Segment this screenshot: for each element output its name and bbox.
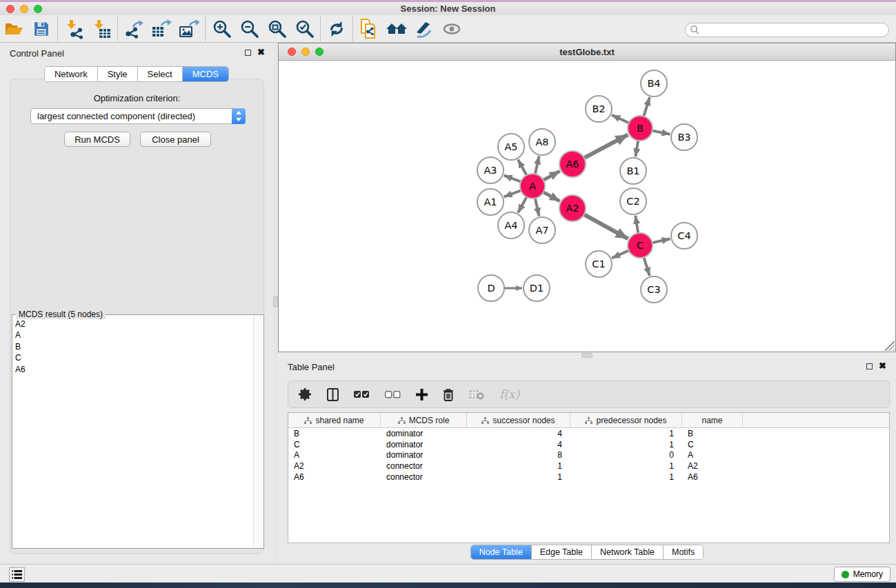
graph-node-A3[interactable]: A3 bbox=[477, 157, 504, 183]
edge-A-A1[interactable] bbox=[504, 190, 521, 197]
table-cell[interactable]: 4 bbox=[467, 429, 570, 438]
table-cell[interactable]: A6 bbox=[288, 472, 381, 482]
table-cell[interactable]: A6 bbox=[682, 472, 743, 482]
table-cell[interactable]: A bbox=[682, 450, 743, 460]
graph-node-B1[interactable]: B1 bbox=[620, 158, 646, 184]
graph-node-B2[interactable]: B2 bbox=[586, 96, 612, 122]
minimize-window-icon[interactable] bbox=[20, 5, 28, 13]
table-cell[interactable]: 4 bbox=[467, 440, 570, 449]
column-header-name[interactable]: name bbox=[682, 413, 743, 428]
save-session-button[interactable] bbox=[28, 17, 55, 41]
table-settings-button[interactable] bbox=[298, 387, 312, 401]
tab-motifs[interactable]: Motifs bbox=[664, 545, 703, 559]
table-cell[interactable]: connector bbox=[381, 461, 467, 471]
table-cell[interactable]: 1 bbox=[570, 440, 682, 449]
column-header-shared-name[interactable]: shared name bbox=[288, 413, 381, 428]
close-network-icon[interactable] bbox=[288, 48, 296, 56]
table-row[interactable]: A2connector11A2 bbox=[288, 460, 889, 472]
memory-button[interactable]: Memory bbox=[834, 567, 890, 582]
edge-A6-B[interactable] bbox=[584, 134, 628, 158]
column-header-MCDS-role[interactable]: MCDS role bbox=[381, 413, 467, 428]
column-header-predecessor-nodes[interactable]: predecessor nodes bbox=[570, 413, 682, 428]
edge-A-A4[interactable] bbox=[518, 196, 527, 213]
edge-B-B3[interactable] bbox=[652, 130, 670, 134]
edge-C-C4[interactable] bbox=[652, 239, 670, 243]
deselect-all-button[interactable] bbox=[385, 390, 401, 398]
export-image-button[interactable] bbox=[175, 17, 203, 41]
tab-node-table[interactable]: Node Table bbox=[471, 545, 532, 559]
select-all-button[interactable] bbox=[354, 390, 370, 398]
add-column-button[interactable] bbox=[416, 389, 428, 401]
result-list-item[interactable]: A6 bbox=[15, 364, 253, 375]
import-table-button[interactable] bbox=[88, 17, 115, 41]
tab-network[interactable]: Network bbox=[45, 67, 98, 81]
search-input[interactable] bbox=[700, 24, 888, 36]
graph-node-B4[interactable]: B4 bbox=[641, 70, 667, 97]
graph-node-A8[interactable]: A8 bbox=[529, 129, 555, 155]
graph-node-A1[interactable]: A1 bbox=[477, 189, 504, 215]
tab-style[interactable]: Style bbox=[98, 67, 138, 81]
close-panel-icon[interactable]: ✖ bbox=[879, 363, 886, 369]
table-cell[interactable]: 1 bbox=[467, 461, 570, 471]
graph-node-C[interactable]: C bbox=[628, 233, 653, 258]
table-cell[interactable]: dominator bbox=[381, 440, 467, 449]
maximize-network-icon[interactable] bbox=[315, 48, 323, 56]
table-cell[interactable]: A bbox=[288, 450, 381, 460]
network-canvas[interactable]: B4B2BB3A5A8A6A3B1AA1C2A2A4A7C4CC1C3DD1 bbox=[279, 61, 895, 352]
result-list-item[interactable]: C bbox=[15, 352, 253, 363]
delete-column-button[interactable] bbox=[443, 388, 454, 401]
close-panel-button[interactable]: Close panel bbox=[140, 132, 211, 147]
resize-grip-icon[interactable] bbox=[885, 341, 895, 351]
vertical-split-divider[interactable] bbox=[273, 43, 278, 564]
graph-node-A4[interactable]: A4 bbox=[498, 212, 524, 239]
home-view-button[interactable] bbox=[383, 17, 410, 41]
edge-A-A8[interactable] bbox=[535, 156, 539, 175]
clone-network-button[interactable] bbox=[355, 17, 383, 41]
table-row[interactable]: A6connector11A6 bbox=[288, 472, 889, 483]
graph-node-C1[interactable]: C1 bbox=[586, 251, 612, 277]
network-graph[interactable]: B4B2BB3A5A8A6A3B1AA1C2A2A4A7C4CC1C3DD1 bbox=[279, 61, 895, 352]
graph-node-D1[interactable]: D1 bbox=[524, 275, 550, 301]
refresh-button[interactable] bbox=[323, 17, 350, 41]
zoom-out-button[interactable] bbox=[235, 17, 263, 41]
graph-node-A2[interactable]: A2 bbox=[559, 195, 586, 221]
graph-node-C4[interactable]: C4 bbox=[671, 223, 697, 249]
show-columns-button[interactable] bbox=[327, 388, 339, 401]
edge-A-A2[interactable] bbox=[543, 192, 560, 201]
table-cell[interactable]: B bbox=[682, 429, 743, 438]
edge-C-C3[interactable] bbox=[644, 256, 650, 276]
network-window-titlebar[interactable]: testGlobe.txt bbox=[279, 43, 895, 61]
tab-network-table[interactable]: Network Table bbox=[592, 545, 664, 559]
column-header-successor-nodes[interactable]: successor nodes bbox=[467, 413, 570, 428]
show-annotations-button[interactable] bbox=[438, 17, 466, 41]
result-scrollbar[interactable] bbox=[253, 315, 262, 548]
maximize-window-icon[interactable] bbox=[34, 5, 42, 13]
graph-node-A7[interactable]: A7 bbox=[529, 217, 555, 243]
graph-node-A6[interactable]: A6 bbox=[559, 151, 586, 177]
function-builder-button[interactable]: f(x) bbox=[499, 387, 519, 401]
graph-node-A[interactable]: A bbox=[520, 174, 545, 199]
graph-node-B3[interactable]: B3 bbox=[671, 124, 697, 150]
close-window-icon[interactable] bbox=[6, 5, 14, 13]
table-row[interactable]: Cdominator41C bbox=[288, 439, 889, 450]
horizontal-split-divider[interactable] bbox=[278, 352, 896, 358]
table-row[interactable]: Bdominator41B bbox=[288, 428, 889, 439]
edge-C-C1[interactable] bbox=[612, 250, 629, 258]
minimize-network-icon[interactable] bbox=[301, 48, 310, 56]
edge-A-A5[interactable] bbox=[518, 159, 527, 176]
edge-A-A7[interactable] bbox=[535, 198, 539, 216]
import-network-button[interactable] bbox=[60, 17, 88, 41]
table-cell[interactable]: A2 bbox=[288, 461, 381, 471]
tab-mcds[interactable]: MCDS bbox=[183, 67, 228, 81]
graph-node-C2[interactable]: C2 bbox=[620, 188, 646, 214]
edge-B-B2[interactable] bbox=[612, 115, 630, 123]
table-cell[interactable]: dominator bbox=[381, 450, 467, 460]
divider-grab-handle[interactable] bbox=[581, 353, 593, 358]
table-cell[interactable]: 1 bbox=[570, 461, 682, 471]
table-cell[interactable]: 0 bbox=[570, 450, 682, 460]
table-cell[interactable]: 8 bbox=[467, 450, 570, 460]
zoom-in-button[interactable] bbox=[208, 17, 235, 41]
float-panel-icon[interactable] bbox=[866, 363, 873, 369]
edge-A-A6[interactable] bbox=[543, 171, 560, 181]
graph-node-B[interactable]: B bbox=[628, 116, 653, 141]
